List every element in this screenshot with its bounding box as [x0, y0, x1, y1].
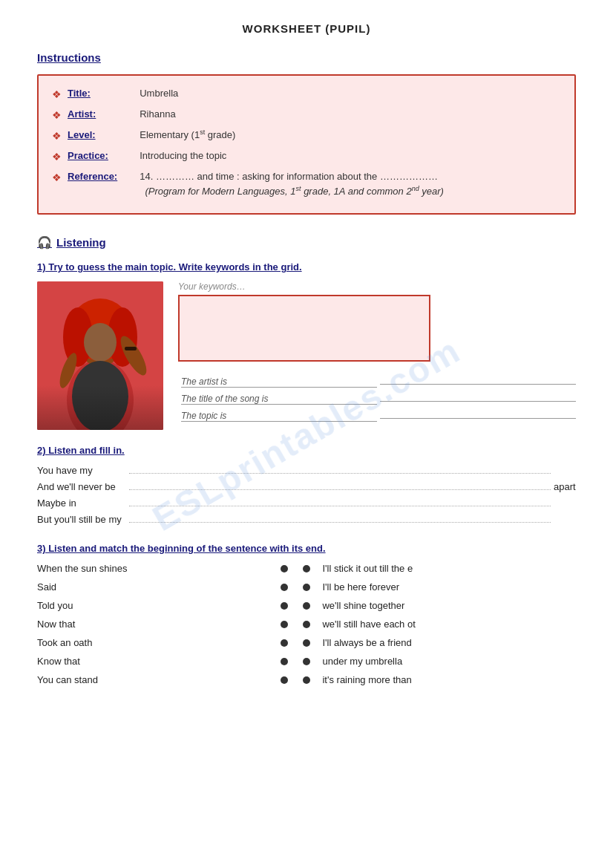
fill-line-topic: The topic is: [178, 411, 576, 422]
bullet-icon: ❖: [52, 149, 62, 165]
svg-point-9: [72, 361, 128, 430]
section3: 3) Listen and match the beginning of the…: [37, 543, 576, 693]
match-text: Told you: [37, 600, 281, 611]
match-dot: [303, 658, 310, 665]
match-row: Know that: [37, 656, 288, 667]
keywords-box[interactable]: [178, 295, 430, 362]
svg-rect-10: [125, 347, 137, 350]
match-row-right: I'll stick it out till the e: [303, 563, 576, 574]
artist-value: Rihanna: [134, 107, 176, 122]
match-table: When the sun shines Said Told you Now th…: [37, 563, 576, 693]
match-dot: [281, 565, 288, 572]
listening-heading: 🎧 Listening: [37, 235, 576, 249]
reference-value: 14. ………… and time : asking for informati…: [134, 169, 444, 198]
info-row-title: ❖ Title: Umbrella: [52, 86, 561, 102]
match-row-right: we'll shine together: [303, 600, 576, 611]
match-text: Took an oath: [37, 637, 281, 648]
match-dot: [281, 584, 288, 591]
fill-in-lines: The artist is The title of the song is T…: [178, 369, 576, 422]
match-dot: [281, 639, 288, 647]
match-row: Took an oath: [37, 637, 288, 648]
lyric-dots: [129, 489, 551, 490]
match-right-text: we'll shine together: [322, 600, 404, 611]
bullet-icon: ❖: [52, 170, 62, 186]
level-value: Elementary (1st grade): [134, 128, 235, 143]
match-dot: [303, 584, 310, 591]
lyric-start: And we'll never be: [37, 481, 126, 492]
artist-image: [37, 281, 163, 430]
section1-heading: 1) Try to guess the main topic. Write ke…: [37, 261, 576, 273]
info-box: ❖ Title: Umbrella ❖ Artist: Rihanna ❖ Le…: [37, 74, 576, 215]
level-label: Level:: [68, 128, 134, 143]
reference-label: Reference:: [68, 169, 134, 184]
headphone-icon: 🎧: [37, 235, 52, 249]
match-dot: [303, 565, 310, 572]
lyric-dots: [129, 506, 551, 506]
match-row-right: I'll always be a friend: [303, 637, 576, 648]
match-right-text: under my umbrella: [322, 656, 402, 667]
artist-label: Artist:: [68, 107, 134, 122]
match-row: You can stand: [37, 674, 288, 685]
match-text: Now that: [37, 619, 281, 630]
match-right-text: I'll be here forever: [322, 581, 399, 593]
lyric-row-4: But you'll still be my: [37, 514, 576, 525]
match-right-text: I'll always be a friend: [322, 637, 411, 648]
lyric-start: You have my: [37, 465, 126, 476]
match-right-text: we'll still have each ot: [322, 619, 415, 630]
match-dot: [281, 676, 288, 684]
match-right-text: I'll stick it out till the e: [322, 563, 413, 574]
match-right: I'll stick it out till the e I'll be her…: [295, 563, 576, 693]
page-title: WORKSHEET (PUPIL): [37, 22, 576, 35]
title-label: Title:: [68, 86, 134, 101]
section1-content: Your keywords… The artist is The title o…: [37, 281, 576, 430]
lyric-row-1: You have my: [37, 465, 576, 476]
match-text: You can stand: [37, 674, 281, 685]
match-row: Told you: [37, 600, 288, 611]
svg-point-6: [84, 323, 117, 362]
match-row-right: it's raining more than: [303, 674, 576, 685]
match-text: Said: [37, 581, 281, 593]
lyric-end: apart: [554, 481, 576, 492]
lyric-row-3: Maybe in: [37, 497, 576, 509]
match-right-text: it's raining more than: [322, 674, 411, 685]
bullet-icon: ❖: [52, 87, 62, 102]
match-row-right: we'll still have each ot: [303, 619, 576, 630]
match-dot: [281, 621, 288, 628]
info-row-practice: ❖ Practice: Introducing the topic: [52, 149, 561, 165]
match-row-right: I'll be here forever: [303, 581, 576, 593]
match-dot: [303, 639, 310, 647]
match-row: Said: [37, 581, 288, 593]
instructions-heading: Instructions: [37, 51, 576, 64]
match-dot: [303, 602, 310, 610]
section2: 2) Listen and fill in. You have my And w…: [37, 445, 576, 525]
match-left: When the sun shines Said Told you Now th…: [37, 563, 295, 693]
info-row-reference: ❖ Reference: 14. ………… and time : asking …: [52, 169, 561, 198]
keywords-right-section: Your keywords… The artist is The title o…: [178, 281, 576, 430]
match-row-right: under my umbrella: [303, 656, 576, 667]
lyric-row-2: And we'll never be apart: [37, 481, 576, 492]
match-text: Know that: [37, 656, 281, 667]
title-value: Umbrella: [134, 86, 178, 101]
match-dot: [303, 676, 310, 684]
keywords-label: Your keywords…: [178, 281, 576, 292]
bullet-icon: ❖: [52, 108, 62, 123]
match-dot: [281, 658, 288, 665]
fill-line-artist: The artist is: [178, 376, 576, 388]
match-row: Now that: [37, 619, 288, 630]
practice-label: Practice:: [68, 149, 134, 163]
section2-heading: 2) Listen and fill in.: [37, 445, 576, 456]
match-row: When the sun shines: [37, 563, 288, 574]
bullet-icon: ❖: [52, 128, 62, 144]
info-row-level: ❖ Level: Elementary (1st grade): [52, 128, 561, 144]
match-text: When the sun shines: [37, 563, 281, 574]
lyric-dots: [129, 473, 551, 474]
lyric-start: But you'll still be my: [37, 514, 126, 525]
lyric-dots: [129, 522, 551, 523]
match-dot: [303, 621, 310, 628]
info-row-artist: ❖ Artist: Rihanna: [52, 107, 561, 123]
lyric-start: Maybe in: [37, 497, 126, 509]
practice-value: Introducing the topic: [134, 149, 226, 163]
section3-heading: 3) Listen and match the beginning of the…: [37, 543, 576, 554]
fill-line-title: The title of the song is: [178, 394, 576, 405]
match-dot: [281, 602, 288, 610]
